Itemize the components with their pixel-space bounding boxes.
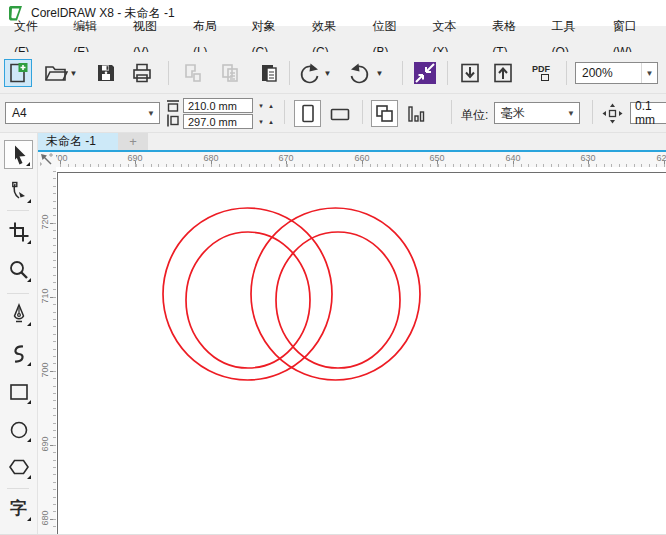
- ruler-origin-corner[interactable]: [38, 152, 56, 167]
- nudge-distance-field[interactable]: 0.1 mm: [630, 102, 666, 124]
- nudge-offset-icon: [602, 103, 623, 124]
- current-page-icon: [407, 105, 425, 123]
- export-button[interactable]: [489, 59, 517, 87]
- undo-button[interactable]: [295, 59, 323, 87]
- zoom-level-caret[interactable]: ▼: [641, 63, 657, 83]
- cut-icon: [181, 62, 203, 84]
- freehand-tool[interactable]: [4, 299, 33, 328]
- page-size-value: A4: [6, 106, 143, 120]
- paste-icon: [258, 62, 280, 84]
- toolbar-separator: [402, 61, 403, 85]
- page-size-combobox[interactable]: A4 ▼: [5, 102, 160, 124]
- red-circle[interactable]: [276, 232, 400, 368]
- publish-pdf-button[interactable]: PDF: [527, 59, 555, 87]
- curve-tool[interactable]: [4, 339, 33, 368]
- text-tool[interactable]: 字: [4, 494, 33, 523]
- undo-dropdown-caret[interactable]: ▼: [322, 59, 333, 87]
- export-icon: [492, 62, 514, 84]
- ruler-origin-icon: [40, 153, 54, 166]
- page-width-value: 210.0 mm: [188, 100, 237, 112]
- red-circle[interactable]: [163, 208, 332, 380]
- ellipse-tool[interactable]: [4, 415, 33, 444]
- document-tab-bar: 未命名 -1 +: [38, 133, 666, 152]
- units-caret[interactable]: ▼: [563, 103, 579, 123]
- paste-button[interactable]: [255, 59, 283, 87]
- coreldraw-window: CorelDRAW X8 - 未命名 -1 文件(F)编辑(E)视图(V)布局(…: [0, 0, 666, 535]
- crop-tool[interactable]: [4, 217, 33, 246]
- page-height-field[interactable]: 297.0 mm: [183, 114, 253, 129]
- document-tab-active[interactable]: 未命名 -1: [38, 133, 118, 150]
- page-width-icon: [166, 99, 180, 112]
- open-button[interactable]: [42, 59, 70, 87]
- polygon-tool[interactable]: [4, 452, 33, 481]
- import-icon: [459, 62, 481, 84]
- page-width-spinner[interactable]: ▾▴: [256, 98, 276, 113]
- document-tab-label: 未命名 -1: [46, 133, 96, 150]
- vruler-label: 690: [40, 431, 50, 457]
- page-width-field[interactable]: 210.0 mm: [183, 98, 253, 113]
- menu-bar: 文件(F)编辑(E)视图(V)布局(L)对象(C)效果(C)位图(B)文本(X)…: [0, 26, 666, 52]
- toolbar-separator: [289, 61, 290, 85]
- vertical-ruler[interactable]: 720710700690680: [38, 167, 56, 535]
- redo-dropdown-caret[interactable]: ▼: [374, 59, 385, 87]
- units-combobox[interactable]: 毫米 ▼: [494, 102, 580, 124]
- rectangle-tool[interactable]: [4, 377, 33, 406]
- toolbar-separator: [447, 61, 448, 85]
- open-folder-icon: [44, 62, 68, 84]
- pdf-icon: PDF: [532, 65, 550, 81]
- new-document-button[interactable]: [4, 59, 32, 87]
- import-button[interactable]: [456, 59, 484, 87]
- print-button[interactable]: [128, 59, 156, 87]
- hruler-label: 700: [56, 153, 73, 163]
- undo-icon: [297, 61, 321, 85]
- flyout-indicator: [27, 475, 31, 479]
- current-page-button[interactable]: [402, 100, 429, 127]
- toolbar-separator: [566, 61, 567, 85]
- copy-icon: [219, 62, 241, 84]
- drawing-canvas[interactable]: [56, 167, 666, 535]
- flyout-indicator: [27, 438, 31, 442]
- pick-tool[interactable]: [4, 140, 33, 169]
- portrait-button[interactable]: [294, 100, 321, 127]
- toolbox: 字: [0, 133, 38, 535]
- nudge-distance-value: 0.1 mm: [635, 99, 666, 127]
- toolbox-separator: [7, 488, 29, 489]
- print-icon: [131, 62, 153, 84]
- propbar-separator: [362, 100, 363, 124]
- page-size-caret[interactable]: ▼: [143, 103, 159, 123]
- toolbar-separator: [168, 61, 169, 85]
- red-circle[interactable]: [186, 232, 310, 368]
- drawing-svg: [56, 167, 666, 535]
- new-tab-button[interactable]: +: [118, 133, 148, 150]
- save-button[interactable]: [92, 59, 120, 87]
- flyout-indicator: [27, 240, 31, 244]
- search-content-button[interactable]: [411, 59, 439, 87]
- horizontal-ruler[interactable]: 700690680670660650640630620: [56, 152, 666, 167]
- all-pages-icon: [375, 104, 394, 123]
- flyout-indicator: [27, 278, 31, 282]
- landscape-button[interactable]: [326, 100, 353, 127]
- zoom-level-combobox[interactable]: 200% ▼: [575, 62, 658, 84]
- propbar-separator: [284, 100, 285, 124]
- text-tool-icon: 字: [10, 500, 27, 517]
- landscape-icon: [330, 106, 350, 122]
- shape-tool[interactable]: [4, 176, 33, 205]
- property-bar: A4 ▼ 210.0 mm ▾▴ 297.0 mm ▾▴: [0, 94, 666, 133]
- flyout-indicator: [27, 362, 31, 366]
- zoom-level-value: 200%: [576, 66, 641, 80]
- flyout-indicator: [27, 199, 31, 203]
- zoom-tool[interactable]: [4, 255, 33, 284]
- units-label: 单位:: [461, 107, 488, 124]
- flyout-indicator: [27, 517, 31, 521]
- redo-button[interactable]: [346, 59, 374, 87]
- propbar-separator: [451, 100, 452, 124]
- flyout-indicator: [26, 162, 30, 166]
- open-dropdown-caret[interactable]: ▼: [68, 59, 79, 87]
- vruler-label: 680: [40, 505, 50, 531]
- page-height-spinner[interactable]: ▾▴: [256, 114, 276, 129]
- vruler-label: 720: [40, 209, 50, 235]
- copy-button-disabled: [216, 59, 244, 87]
- all-pages-button[interactable]: [371, 100, 398, 127]
- portrait-icon: [299, 104, 317, 123]
- standard-toolbar: ▼: [0, 52, 666, 94]
